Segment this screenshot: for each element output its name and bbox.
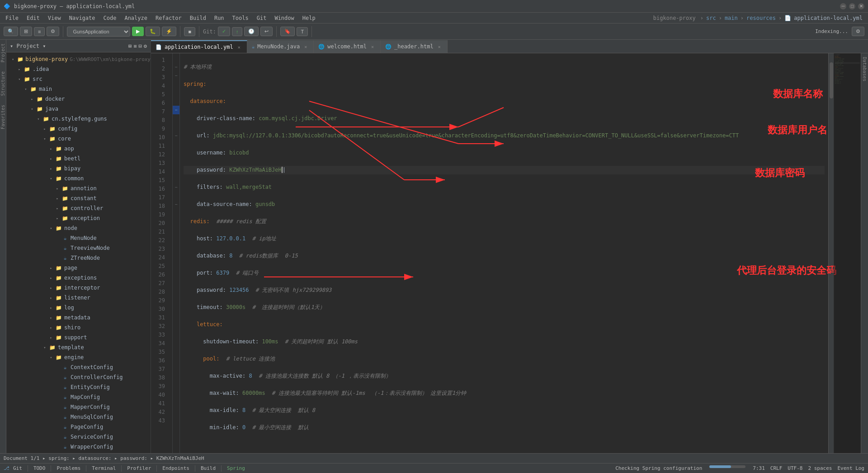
menu-edit[interactable]: Edit <box>23 14 43 22</box>
tree-shiro[interactable]: ▸ 📁 shiro <box>6 323 151 333</box>
tree-interceptor[interactable]: ▸ 📁 interceptor <box>6 283 151 293</box>
tree-pageconfig[interactable]: ☕ PageConfig <box>6 422 151 432</box>
menu-analyze[interactable]: Analyze <box>121 14 151 22</box>
status-crlf[interactable]: CRLF <box>770 465 783 471</box>
tree-contextconfig[interactable]: ☕ ContextConfig <box>6 362 151 372</box>
status-git[interactable]: Git <box>13 465 22 471</box>
toolbar-layout-btn[interactable]: ⊞ <box>20 27 32 36</box>
tree-java[interactable]: ▾ 📁 java <box>6 104 151 114</box>
toolbar-gear-btn[interactable]: ⚙ <box>47 27 59 36</box>
scrollbar-thumb[interactable] <box>830 62 833 98</box>
tab-welcome[interactable]: 🌐 welcome.html ✕ <box>314 40 381 53</box>
status-profiler[interactable]: Profiler <box>127 465 151 471</box>
tree-exceptions[interactable]: ▸ 📁 exceptions <box>6 273 151 283</box>
status-event-log[interactable]: Event Log <box>837 465 864 471</box>
status-terminal[interactable]: Terminal <box>92 465 116 471</box>
menu-refactor[interactable]: Refactor <box>152 14 185 22</box>
tree-mapconfig[interactable]: ☕ MapConfig <box>6 392 151 402</box>
menu-file[interactable]: File <box>2 14 22 22</box>
project-gear-btn[interactable]: ⚙ <box>144 43 147 49</box>
tree-docker[interactable]: ▸ 📁 docker <box>6 94 151 104</box>
menu-git[interactable]: Git <box>253 14 270 22</box>
git-revert-btn[interactable]: ↩ <box>260 27 273 36</box>
tree-aop[interactable]: ▸ 📁 aop <box>6 144 151 154</box>
header-tab-close[interactable]: ✕ <box>436 43 443 50</box>
tree-node[interactable]: ▾ 📁 node <box>6 223 151 233</box>
tree-common[interactable]: ▾ 📁 common <box>6 173 151 183</box>
status-todo[interactable]: TODO <box>33 465 46 471</box>
status-spring[interactable]: Spring <box>227 465 245 471</box>
code-content[interactable]: # 本地环境 spring: datasource: driver-class-… <box>180 53 828 453</box>
vertical-scrollbar[interactable] <box>828 53 834 453</box>
menu-build[interactable]: Build <box>186 14 210 22</box>
status-git-icon[interactable]: ⎇ <box>4 465 9 471</box>
toolbar-settings-btn[interactable]: ⚙ <box>852 27 864 36</box>
tree-log[interactable]: ▸ 📁 log <box>6 303 151 313</box>
yml-tab-close[interactable]: ✕ <box>236 44 242 50</box>
tree-config[interactable]: ▸ 📁 config <box>6 124 151 134</box>
menu-view[interactable]: View <box>44 14 65 22</box>
tree-bipay[interactable]: ▸ 📁 bipay <box>6 164 151 173</box>
stop-button[interactable]: ■ <box>184 27 195 36</box>
menu-run[interactable]: Run <box>211 14 228 22</box>
tree-listener[interactable]: ▸ 📁 listener <box>6 293 151 303</box>
maximize-button[interactable]: □ <box>849 3 855 9</box>
tree-main[interactable]: ▾ 📁 main <box>6 84 151 94</box>
tree-wrapperconfig[interactable]: ☕ WrapperConfig <box>6 442 151 452</box>
tree-menunode[interactable]: ☕ MenuNode <box>6 233 151 243</box>
tab-header[interactable]: 🌐 _header.html ✕ <box>381 40 448 53</box>
translate-btn[interactable]: T <box>297 27 308 36</box>
status-problems[interactable]: Problems <box>57 465 80 471</box>
tree-controllerconfig[interactable]: ☕ ControllerConfig <box>6 372 151 382</box>
tree-support[interactable]: ▸ 📁 support <box>6 333 151 342</box>
tree-template[interactable]: ▾ 📁 template <box>6 342 151 352</box>
run-config-select[interactable]: GunsApplication <box>67 27 130 37</box>
status-encoding[interactable]: UTF-8 <box>788 465 802 471</box>
project-expand-btn[interactable]: ⊞ <box>128 43 132 49</box>
project-settings-btn[interactable]: ⊟ <box>139 43 142 49</box>
tree-ztreenode[interactable]: ☕ ZTreeNode <box>6 253 151 263</box>
close-button[interactable]: ✕ <box>858 3 864 9</box>
debug-button[interactable]: 🐛 <box>146 27 160 36</box>
git-update-btn[interactable]: ✓ <box>218 27 230 36</box>
menu-help[interactable]: Help <box>299 14 319 22</box>
tree-serviceconfig[interactable]: ☕ ServiceConfig <box>6 432 151 442</box>
tree-annotion[interactable]: ▸ 📁 annotion <box>6 183 151 193</box>
tab-menunode[interactable]: ☕ MenuNode.java ✕ <box>247 40 314 53</box>
tree-mapperconfig[interactable]: ☕ MapperConfig <box>6 402 151 412</box>
tree-treeviewnode[interactable]: ☕ TreeviewNode <box>6 243 151 253</box>
tree-idea[interactable]: ▸ 📁 .idea <box>6 64 151 74</box>
status-indent[interactable]: 2 spaces <box>808 465 832 471</box>
tree-menusqlconfig[interactable]: ☕ MenuSqlConfig <box>6 412 151 422</box>
tree-entityconfig[interactable]: ☕ EntityConfig <box>6 382 151 392</box>
databases-side-label[interactable]: Databases <box>862 57 867 81</box>
tree-constant[interactable]: ▸ 📁 constant <box>6 193 151 203</box>
project-collapse-btn[interactable]: ≡ <box>133 43 137 49</box>
menunode-tab-close[interactable]: ✕ <box>302 43 309 50</box>
git-history-btn[interactable]: 🕐 <box>244 27 259 36</box>
tree-metadata[interactable]: ▸ 📁 metadata <box>6 313 151 323</box>
tree-exception[interactable]: ▸ 📁 exception <box>6 213 151 223</box>
menu-code[interactable]: Code <box>100 14 120 22</box>
run-button[interactable]: ▶ <box>132 27 144 36</box>
toolbar-search-btn[interactable]: 🔍 <box>4 27 18 36</box>
welcome-tab-close[interactable]: ✕ <box>369 43 376 50</box>
menu-navigate[interactable]: Navigate <box>66 14 99 22</box>
tree-page[interactable]: ▸ 📁 page <box>6 263 151 273</box>
status-build[interactable]: Build <box>201 465 216 471</box>
tree-engine[interactable]: ▾ 📁 engine <box>6 352 151 362</box>
tree-cn-stylefeng[interactable]: ▾ 📁 cn.stylefeng.guns <box>6 114 151 124</box>
tab-yml[interactable]: 📄 application-local.yml ✕ <box>151 40 247 53</box>
tree-beetl[interactable]: ▸ 📁 beetl <box>6 154 151 164</box>
menu-tools[interactable]: Tools <box>229 14 252 22</box>
tree-controller[interactable]: ▸ 📁 controller <box>6 203 151 213</box>
bookmark-btn[interactable]: 🔖 <box>280 27 295 36</box>
menu-window[interactable]: Window <box>271 14 297 22</box>
run-with-coverage-btn[interactable]: ⚡ <box>162 27 176 36</box>
status-endpoints[interactable]: Endpoints <box>162 465 189 471</box>
tree-root[interactable]: ▾ 📁 bigkone-proxy G:\WWWROOT\xm\bigkone-… <box>6 54 151 64</box>
minimize-button[interactable]: ─ <box>840 3 846 9</box>
git-push-btn[interactable]: ↑ <box>232 27 243 36</box>
toolbar-list-btn[interactable]: ≡ <box>34 27 45 36</box>
tree-src[interactable]: ▾ 📁 src <box>6 74 151 84</box>
